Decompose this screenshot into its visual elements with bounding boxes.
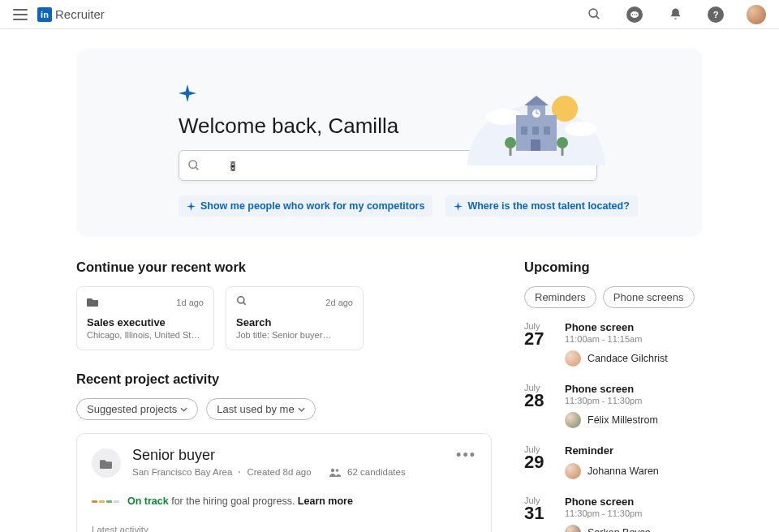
svg-point-6 xyxy=(189,161,196,168)
svg-line-1 xyxy=(596,16,599,19)
upcoming-title: Upcoming xyxy=(524,260,703,275)
svg-line-26 xyxy=(243,302,246,305)
svg-point-23 xyxy=(557,137,568,148)
project-title[interactable]: Senior buyer xyxy=(132,447,445,464)
filter-suggested-projects[interactable]: Suggested projects xyxy=(76,398,198,420)
project-location: San Francisco Bay Area xyxy=(132,467,232,477)
svg-rect-18 xyxy=(532,127,539,135)
help-icon[interactable]: ? xyxy=(708,6,724,23)
work-card-sub: Chicago, Illinois, United States · Jere… xyxy=(87,330,204,340)
chip-label: Show me people who work for my competito… xyxy=(200,200,424,212)
chevron-down-icon xyxy=(298,407,305,412)
upcoming-item[interactable]: July29ReminderJohanna Waren xyxy=(524,444,703,479)
upcoming-person: Félix Millestrom xyxy=(587,414,658,426)
pill-label: Suggested projects xyxy=(87,403,177,415)
svg-marker-15 xyxy=(524,96,549,105)
latest-activity-label: Latest activity xyxy=(92,525,476,532)
chip-label: Where is the most talent located? xyxy=(467,200,629,212)
learn-more-link[interactable]: Learn more xyxy=(298,496,353,507)
project-card: Senior buyer San Francisco Bay Area Crea… xyxy=(76,433,492,532)
pill-label: Reminders xyxy=(535,291,586,303)
more-icon[interactable]: ••• xyxy=(456,447,476,478)
upcoming-item[interactable]: July31Phone screen11:30pm - 11:30pmSerka… xyxy=(524,496,703,532)
upcoming-day: 31 xyxy=(524,504,553,522)
pill-label: Phone screens xyxy=(613,291,684,303)
upcoming-date: July28 xyxy=(524,383,553,428)
svg-point-3 xyxy=(632,14,634,15)
avatar xyxy=(565,463,581,479)
messages-icon[interactable] xyxy=(626,6,643,23)
svg-rect-19 xyxy=(544,127,550,135)
hero-card: Welcome back, Camilla Show me people who… xyxy=(76,49,703,237)
project-created: Created 8d ago xyxy=(247,467,311,477)
svg-point-21 xyxy=(505,137,516,148)
search-icon xyxy=(236,295,247,310)
suggestion-chip-competitors[interactable]: Show me people who work for my competito… xyxy=(179,195,433,217)
upcoming-kind: Phone screen xyxy=(565,496,703,508)
work-card-ago: 2d ago xyxy=(325,298,353,307)
suggestion-chip-talent-location[interactable]: Where is the most talent located? xyxy=(445,195,637,217)
work-card-title: Sales executive xyxy=(87,316,204,328)
folder-icon xyxy=(87,295,99,310)
svg-point-4 xyxy=(634,14,635,15)
svg-point-28 xyxy=(336,469,339,472)
work-card-search[interactable]: 2d ago Search Job title: Senior buyer… xyxy=(226,286,364,350)
filter-last-used[interactable]: Last used by me xyxy=(206,398,315,420)
menu-icon[interactable] xyxy=(13,9,28,20)
user-avatar[interactable] xyxy=(747,5,766,24)
topbar: in Recruiter ? xyxy=(0,0,779,29)
svg-rect-20 xyxy=(531,139,540,151)
continue-work-title: Continue your recent work xyxy=(76,260,492,275)
upcoming-time: 11:00am - 11:15am xyxy=(565,334,703,344)
upcoming-item[interactable]: July28Phone screen11:30pm - 11:30pmFélix… xyxy=(524,383,703,428)
notifications-icon[interactable] xyxy=(665,5,685,24)
upcoming-person: Johanna Waren xyxy=(587,466,659,477)
brand-name: Recruiter xyxy=(55,7,105,21)
sparkle-icon xyxy=(187,202,196,211)
upcoming-day: 28 xyxy=(524,392,553,410)
upcoming-date: July27 xyxy=(524,321,553,367)
svg-line-7 xyxy=(196,167,198,169)
sparkle-icon xyxy=(179,84,196,102)
upcoming-person: Candace Gilchrist xyxy=(587,353,668,364)
brand-logo[interactable]: in Recruiter xyxy=(37,7,105,22)
sparkle-icon xyxy=(454,202,463,211)
avatar xyxy=(565,525,581,532)
upcoming-time: 11:30pm - 11:30pm xyxy=(565,508,703,518)
avatar xyxy=(565,412,581,428)
svg-point-5 xyxy=(636,14,638,15)
work-card-ago: 1d ago xyxy=(176,298,204,307)
upcoming-day: 29 xyxy=(524,453,553,471)
upcoming-day: 27 xyxy=(524,330,553,348)
recent-activity-title: Recent project activity xyxy=(76,371,492,387)
work-card-sales-executive[interactable]: 1d ago Sales executive Chicago, Illinois… xyxy=(76,286,214,350)
status-label: On track xyxy=(127,496,169,507)
folder-icon xyxy=(92,448,121,478)
hero-illustration xyxy=(467,84,605,165)
upcoming-date: July31 xyxy=(524,496,553,532)
upcoming-date: July29 xyxy=(524,444,553,479)
svg-rect-22 xyxy=(510,148,512,156)
avatar xyxy=(565,350,581,367)
upcoming-kind: Phone screen xyxy=(565,383,703,395)
chevron-down-icon xyxy=(180,407,187,412)
project-candidates: 62 candidates xyxy=(347,467,406,477)
upcoming-filter-phone-screens[interactable]: Phone screens xyxy=(603,286,695,308)
search-icon[interactable] xyxy=(584,5,604,24)
status-text: for the hiring goal progress. xyxy=(169,496,298,507)
upcoming-kind: Reminder xyxy=(565,444,703,457)
people-icon xyxy=(329,468,341,477)
svg-rect-17 xyxy=(521,127,527,135)
svg-point-25 xyxy=(238,297,244,303)
upcoming-time: 11:30pm - 11:30pm xyxy=(565,396,703,405)
svg-rect-24 xyxy=(562,148,564,156)
upcoming-kind: Phone screen xyxy=(565,321,703,333)
upcoming-person: Serkan Boyce xyxy=(587,527,651,532)
work-card-title: Search xyxy=(236,316,353,328)
welcome-title: Welcome back, Camilla xyxy=(179,114,703,139)
upcoming-filter-reminders[interactable]: Reminders xyxy=(524,286,596,308)
upcoming-item[interactable]: July27Phone screen11:00am - 11:15amCanda… xyxy=(524,321,703,367)
search-icon xyxy=(187,159,200,172)
work-card-sub: Job title: Senior buyer… xyxy=(236,330,353,340)
svg-point-27 xyxy=(331,468,334,471)
